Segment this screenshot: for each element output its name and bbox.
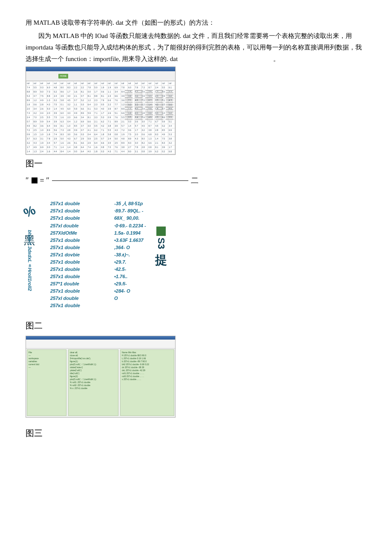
figure-3-matlab-window: File—workspacevariablescurrent fold— cle… xyxy=(26,336,176,418)
fig2-sidecode: bh2b¾3dxdxL±Hroll1roll2 xyxy=(25,230,34,291)
figure-1-label: 图一 xyxy=(26,156,366,171)
fig2-s3: S3 xyxy=(154,238,168,249)
figure-3-label: 图三 xyxy=(26,425,366,441)
fig2-right-column: S3 提 xyxy=(153,200,170,309)
fig3-editor-panel: clear all;close all;S=importfile('xxx.da… xyxy=(68,349,118,416)
intro-line-2: 因为 MATLAB 中的 IOad 等函数只能速去纯数据的. dat 文件，而且… xyxy=(26,30,366,65)
fig2-types-column: 257x1 double257x1 double257x1 double257x… xyxy=(50,200,110,309)
fig3-left-panel: File—workspacevariablescurrent fold— xyxy=(27,349,66,416)
eq-cn-two: 二 xyxy=(191,174,199,187)
figure-2-label: 图二 xyxy=(26,318,366,333)
fig2-percent: % xyxy=(19,199,39,224)
fig2-greenbox-icon xyxy=(156,227,166,236)
fig2-values-column: -35 人 88·51p·89.7- 89QL. -68X_ 90,00.·0·… xyxy=(114,200,153,309)
intro-line-2-text: 因为 MATLAB 中的 IOad 等函数只能速去纯数据的. dat 文件，而且… xyxy=(26,32,362,62)
eq-equals: = ″ xyxy=(40,174,49,187)
figure-1-screenshot: HOME colcolcolcolcolcolcolcolcolcolcolco… xyxy=(26,67,176,155)
eq-line: ″ = ″ 二 xyxy=(26,174,366,187)
figure-2-workspace: % 黑 bh2b¾3dxdxL±Hroll1roll2 257x1 double… xyxy=(26,200,175,309)
fig1-ribbon-badge: HOME xyxy=(58,74,68,78)
eq-rule xyxy=(52,180,188,181)
eq-quote-open: ″ xyxy=(26,174,29,187)
intro-line-1: 用 MATLAB 读取带有字符串的. dat 文件（如图一的形式）的方法： xyxy=(26,17,366,29)
fig3-workspace-panel: Name Min MaxH 257x1 double 88.5 90.0L 25… xyxy=(120,349,174,416)
fig2-ti-char: 提 xyxy=(155,251,167,269)
eq-block-icon xyxy=(32,177,37,183)
